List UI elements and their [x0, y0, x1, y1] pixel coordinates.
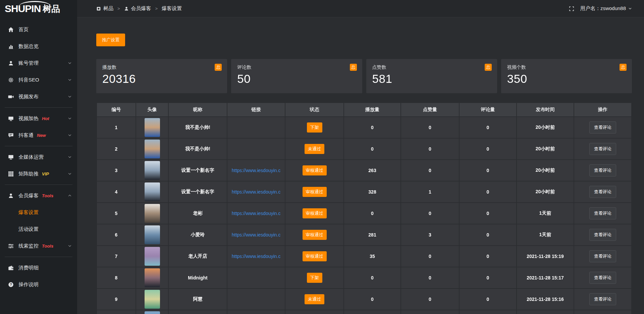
sidebar-divider — [5, 257, 72, 257]
cell-likes: 0 — [401, 289, 459, 310]
sidebar-item-member[interactable]: 会员爆客Tools — [0, 187, 77, 204]
video-link[interactable]: https://www.iesdouyin.c — [232, 232, 281, 238]
app-icon — [96, 6, 101, 11]
column-header-nickname: 昵称 — [168, 103, 227, 117]
cell-link — [227, 267, 285, 289]
breadcrumb-label: 树品 — [103, 5, 113, 12]
breadcrumb-item-0[interactable]: 树品 — [96, 5, 113, 12]
stat-value: 581 — [372, 72, 491, 86]
cell-time: 20小时前 — [517, 160, 574, 181]
cell-status: 下架 — [285, 267, 344, 289]
sidebar-item-monitor[interactable]: 全媒体运营 — [0, 149, 77, 165]
topbar-right: 用户名：zswodun88 — [569, 5, 632, 12]
cell-likes: 0 — [401, 138, 459, 160]
cell-link — [227, 310, 285, 314]
total-badge: 总 — [350, 64, 357, 71]
sidebar-item-sliders[interactable]: 线索监控Tools — [0, 238, 77, 254]
sidebar-item-help[interactable]: 操作说明 — [0, 276, 77, 293]
sidebar-item-heat[interactable]: 视频加热Hot — [0, 110, 77, 127]
view-comments-button[interactable]: 查看评论 — [589, 250, 616, 262]
stat-label: 视频个数 — [507, 64, 626, 70]
chevron-down-icon — [68, 116, 72, 120]
view-comments-button[interactable]: 查看评论 — [589, 293, 616, 305]
video-link[interactable]: https://www.iesdouyin.c — [232, 189, 281, 195]
videos-table: 编号 头像 昵称 链接 状态 播放量 点赞量 评论量 发布时间 操作 1我不是小… — [96, 102, 632, 314]
sidebar-item-video[interactable]: 视频发布 — [0, 88, 77, 105]
cell-time: 2021-11-28 15:16 — [517, 289, 574, 310]
cell-comments: 0 — [459, 181, 517, 203]
cell-action — [574, 310, 632, 314]
breadcrumb-separator: > — [155, 6, 158, 11]
sidebar-item-chat[interactable]: 抖客通New — [0, 127, 77, 144]
cell-avatar — [136, 181, 168, 203]
cell-likes: 0 — [401, 246, 459, 267]
cell-action: 查看评论 — [574, 246, 632, 267]
cell-time: 2021-11-28 15:17 — [517, 267, 574, 289]
cell-link: https://www.iesdouyin.c — [227, 181, 285, 203]
sidebar-subitem-14[interactable]: 活动设置 — [0, 221, 77, 238]
status-badge: 审核通过 — [303, 165, 327, 175]
stat-cards: 播放数 20316 总 评论数 50 总 点赞数 581 总 视频个数 350 … — [96, 59, 632, 93]
video-link[interactable]: https://www.iesdouyin.c — [232, 254, 281, 259]
cell-comments: 0 — [459, 267, 517, 289]
table-row: 6小爱玲https://www.iesdouyin.c审核通过281301天前查… — [97, 224, 632, 246]
cell-id: 5 — [97, 203, 136, 224]
view-comments-button[interactable]: 查看评论 — [589, 272, 616, 284]
sidebar-item-label: 视频加热 — [18, 115, 39, 122]
sidebar-item-label: 首页 — [18, 27, 29, 33]
view-comments-button[interactable]: 查看评论 — [589, 164, 616, 176]
column-header-comments: 评论量 — [459, 103, 517, 117]
cell-status: 未通过 — [285, 138, 344, 160]
view-comments-button[interactable]: 查看评论 — [589, 186, 616, 198]
cell-plays: 35 — [344, 246, 401, 267]
avatar — [145, 268, 160, 287]
cell-avatar — [136, 203, 168, 224]
cell-id: 7 — [97, 246, 136, 267]
stat-card-plays: 播放数 20316 总 — [96, 59, 227, 93]
promotion-settings-button[interactable]: 推广设置 — [96, 34, 125, 46]
column-header-status: 状态 — [285, 103, 344, 117]
chevron-down-icon — [68, 61, 72, 65]
cell-nickname: 设置一个新名字 — [168, 160, 227, 181]
monitor-icon — [8, 154, 14, 160]
cell-nickname: 小爱玲 — [168, 224, 227, 246]
cell-likes: 0 — [401, 267, 459, 289]
view-comments-button[interactable]: 查看评论 — [589, 143, 616, 155]
sidebar-item-user[interactable]: 账号管理 — [0, 55, 77, 71]
sidebar-item-wallet[interactable]: 消费明细 — [0, 259, 77, 276]
cell-link: https://www.iesdouyin.c — [227, 203, 285, 224]
cell-likes: 1 — [401, 181, 459, 203]
chevron-down-icon — [68, 78, 72, 82]
view-comments-button[interactable]: 查看评论 — [589, 207, 616, 219]
cell-likes: 3 — [401, 224, 459, 246]
sidebar-item-chart[interactable]: 数据总览 — [0, 38, 77, 55]
cell-action: 查看评论 — [574, 160, 632, 181]
cell-likes: 0 — [401, 203, 459, 224]
cell-time — [517, 310, 574, 314]
home-icon — [8, 27, 14, 33]
sidebar-item-label: 抖客通 — [18, 132, 34, 139]
video-link[interactable]: https://www.iesdouyin.c — [232, 211, 281, 216]
view-comments-button[interactable]: 查看评论 — [589, 121, 616, 134]
user-dropdown[interactable]: 用户名：zswodun88 — [580, 5, 632, 12]
video-link[interactable]: https://www.iesdouyin.c — [232, 168, 281, 173]
status-badge: 未通过 — [305, 294, 324, 304]
sidebar-item-gear[interactable]: 抖音SEO — [0, 71, 77, 88]
cell-plays: 263 — [344, 160, 401, 181]
breadcrumb-item-1[interactable]: 会员爆客 — [124, 5, 151, 12]
sidebar-divider — [5, 146, 72, 146]
sidebar-item-home[interactable]: 首页 — [0, 21, 77, 38]
fullscreen-icon[interactable] — [569, 6, 574, 11]
cell-comments: 0 — [459, 117, 517, 138]
sidebar-item-grid[interactable]: 矩阵助推VIP — [0, 165, 77, 182]
sidebar-item-tag: Tools — [42, 244, 53, 249]
cell-plays: 0 — [344, 203, 401, 224]
cell-status: 审核通过 — [285, 160, 344, 181]
breadcrumb-item-2: 爆客设置 — [162, 5, 182, 12]
sidebar-item-tag: VIP — [42, 171, 49, 176]
breadcrumb-label: 爆客设置 — [162, 5, 182, 12]
sidebar: SHUPIN 树品 首页数据总览账号管理抖音SEO视频发布视频加热Hot抖客通N… — [0, 0, 77, 314]
view-comments-button[interactable]: 查看评论 — [589, 229, 616, 241]
sidebar-subitem-13[interactable]: 爆客设置 — [0, 204, 77, 221]
status-badge: 审核通过 — [303, 251, 327, 261]
